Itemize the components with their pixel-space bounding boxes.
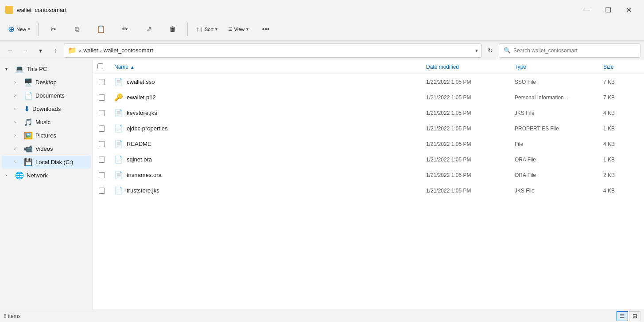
rename-icon: ✏ [122, 25, 128, 33]
path-separator-1: « [78, 47, 81, 54]
row-checkbox-3[interactable] [99, 126, 105, 132]
rename-button[interactable]: ✏ [114, 20, 136, 39]
desktop-label: Desktop [35, 79, 57, 86]
this-pc-label: This PC [27, 66, 47, 72]
music-icon: 🎵 [24, 118, 33, 126]
file-name-2: keystore.jks [127, 110, 157, 116]
row-checkbox-col-2 [93, 110, 111, 116]
table-row[interactable]: 📄 keystore.jks 1/21/2022 1:05 PM JKS Fil… [93, 105, 644, 121]
address-path[interactable]: 📁 « wallet › wallet_contosomart ▾ [64, 43, 482, 58]
new-button[interactable]: ⊕ New ▾ [4, 20, 35, 39]
path-dropdown-button[interactable]: ▾ [475, 47, 478, 54]
main-content: ▾ 💻 This PC › 🖥️ Desktop › 📄 Documents ›… [0, 60, 644, 310]
cut-icon: ✂ [50, 25, 56, 33]
row-size-col-7: 4 KB [600, 185, 644, 196]
up-button[interactable]: ↑ [49, 44, 62, 57]
view-button[interactable]: ≡ View ▾ [224, 20, 253, 39]
close-button[interactable]: ✕ [618, 3, 639, 17]
downloads-icon: ⬇ [24, 105, 30, 113]
expand-arrow-local-disk: › [14, 160, 21, 165]
row-date-col-5: 1/21/2022 1:05 PM [423, 154, 511, 165]
documents-label: Documents [35, 92, 65, 99]
row-size-col-1: 7 KB [600, 92, 644, 103]
expand-arrow-videos: › [14, 146, 21, 151]
list-view-button[interactable]: ☰ [617, 311, 628, 321]
table-row[interactable]: 🔑 ewallet.p12 1/21/2022 1:05 PM Personal… [93, 90, 644, 105]
table-row[interactable]: 📄 cwallet.sso 1/21/2022 1:05 PM SSO File… [93, 74, 644, 90]
search-input[interactable] [513, 47, 636, 54]
file-name-4: README [127, 141, 151, 147]
window-icon [5, 6, 13, 14]
minimize-button[interactable]: — [578, 3, 598, 17]
sidebar-item-downloads[interactable]: › ⬇ Downloads [2, 102, 91, 115]
date-column-header[interactable]: Date modified [423, 62, 511, 72]
row-checkbox-7[interactable] [99, 188, 105, 194]
sidebar-item-network[interactable]: › 🌐 Network [2, 169, 91, 182]
size-column-header[interactable]: Size [600, 62, 644, 72]
sidebar-item-desktop[interactable]: › 🖥️ Desktop [2, 76, 91, 89]
row-date-col-0: 1/21/2022 1:05 PM [423, 76, 511, 88]
this-pc-icon: 💻 [15, 65, 24, 73]
row-checkbox-6[interactable] [99, 172, 105, 178]
type-column-header[interactable]: Type [511, 62, 600, 72]
row-type-col-4: File [511, 138, 600, 150]
date-col-label: Date modified [426, 64, 459, 70]
paste-button[interactable]: 📋 [90, 20, 112, 39]
recent-locations-button[interactable]: ▾ [34, 44, 47, 57]
row-checkbox-5[interactable] [99, 157, 105, 163]
refresh-button[interactable]: ↻ [484, 44, 497, 57]
expand-arrow-desktop: › [14, 80, 21, 85]
size-col-label: Size [603, 64, 613, 70]
window-controls: — ☐ ✕ [578, 3, 639, 17]
path-part-contosomart: wallet_contosomart [104, 47, 153, 54]
table-row[interactable]: 📄 README 1/21/2022 1:05 PM File 4 KB [93, 136, 644, 152]
row-checkbox-0[interactable] [99, 79, 105, 85]
back-button[interactable]: ← [4, 44, 17, 57]
file-icon-2: 📄 [114, 109, 123, 117]
sort-label: Sort [205, 27, 213, 32]
name-column-header[interactable]: Name ▲ [111, 62, 423, 72]
search-box[interactable]: 🔍 [499, 43, 640, 58]
row-type-col-3: PROPERTIES File [511, 123, 600, 134]
new-dropdown-arrow: ▾ [28, 27, 30, 31]
sort-dropdown-arrow: ▾ [215, 27, 217, 31]
row-checkbox-2[interactable] [99, 110, 105, 116]
sidebar-item-documents[interactable]: › 📄 Documents [2, 89, 91, 102]
row-name-col-4: 📄 README [111, 137, 423, 151]
sidebar-item-pictures[interactable]: › 🖼️ Pictures [2, 129, 91, 142]
sidebar-item-videos[interactable]: › 📹 Videos [2, 142, 91, 155]
sidebar-item-music[interactable]: › 🎵 Music [2, 116, 91, 129]
file-icon-7: 📄 [114, 186, 123, 195]
cut-button[interactable]: ✂ [42, 20, 64, 39]
sidebar-item-this-pc[interactable]: ▾ 💻 This PC [2, 63, 91, 75]
grid-view-button[interactable]: ⊞ [629, 311, 640, 321]
select-all-checkbox[interactable] [97, 63, 103, 69]
sort-button[interactable]: ↑↓ Sort ▾ [191, 20, 222, 39]
row-checkbox-col-1 [93, 94, 111, 101]
forward-button[interactable]: → [19, 44, 32, 57]
title-bar-left: wallet_contosomart [5, 6, 66, 14]
path-part-wallet: wallet [83, 47, 98, 54]
share-button[interactable]: ↗ [138, 20, 160, 39]
item-count: 8 items [4, 313, 21, 319]
delete-button[interactable]: 🗑 [162, 20, 184, 39]
table-row[interactable]: 📄 sqlnet.ora 1/21/2022 1:05 PM ORA File … [93, 152, 644, 167]
file-icon-5: 📄 [114, 155, 123, 164]
status-bar: 8 items ☰ ⊞ [0, 310, 644, 322]
table-row[interactable]: 📄 ojdbc.properties 1/21/2022 1:05 PM PRO… [93, 121, 644, 136]
sidebar-item-local-disk[interactable]: › 💾 Local Disk (C:) [2, 156, 91, 169]
table-row[interactable]: 📄 truststore.jks 1/21/2022 1:05 PM JKS F… [93, 183, 644, 198]
copy-button[interactable]: ⧉ [66, 20, 88, 39]
file-name-3: ojdbc.properties [127, 125, 168, 132]
row-checkbox-1[interactable] [99, 94, 105, 101]
file-rows-container: 📄 cwallet.sso 1/21/2022 1:05 PM SSO File… [93, 74, 644, 198]
new-icon: ⊕ [8, 24, 15, 34]
row-checkbox-4[interactable] [99, 141, 105, 147]
expand-arrow-this-pc: ▾ [5, 67, 12, 71]
maximize-button[interactable]: ☐ [598, 3, 618, 17]
documents-icon: 📄 [24, 91, 33, 100]
table-row[interactable]: 📄 tnsnames.ora 1/21/2022 1:05 PM ORA Fil… [93, 167, 644, 183]
view-toggle-buttons: ☰ ⊞ [617, 311, 640, 321]
pictures-icon: 🖼️ [24, 131, 33, 140]
more-button[interactable]: ••• [255, 20, 277, 39]
